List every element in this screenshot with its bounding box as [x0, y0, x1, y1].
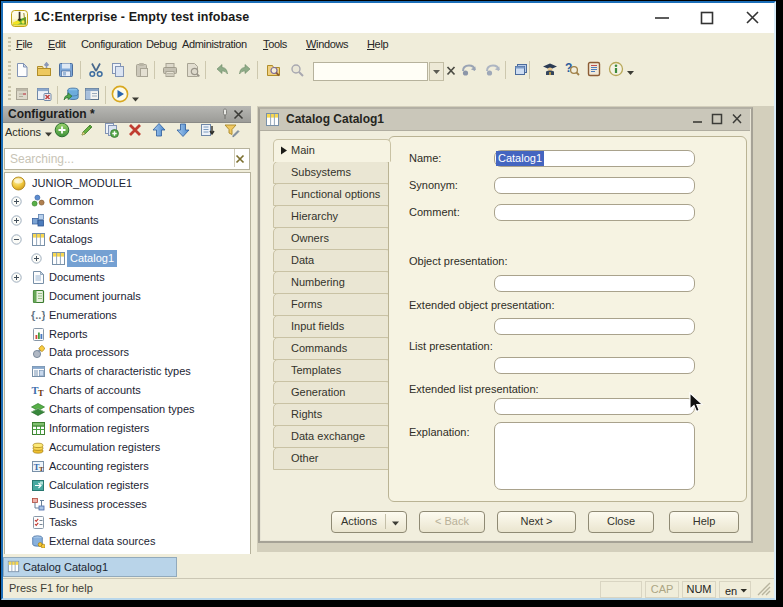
svg-text:{..}: {..}: [31, 309, 45, 321]
svg-text:T: T: [38, 388, 44, 397]
svg-text:T: T: [39, 465, 44, 473]
